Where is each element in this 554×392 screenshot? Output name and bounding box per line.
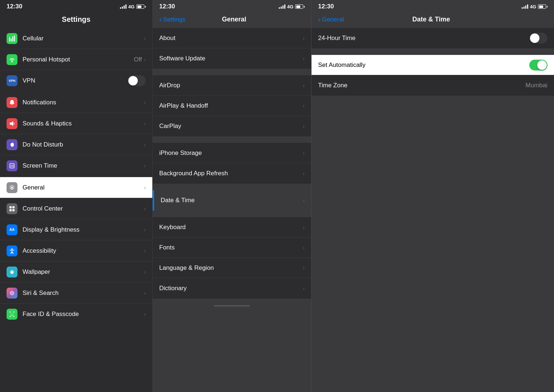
settings-item-screentime[interactable]: Screen Time › xyxy=(0,155,152,176)
24hour-toggle[interactable] xyxy=(529,33,547,44)
general-group-connectivity: AirDrop › AirPlay & Handoff › CarPlay › xyxy=(153,75,311,136)
storage-chevron: › xyxy=(303,150,305,156)
cellular-chevron: › xyxy=(144,36,146,41)
notifications-label: Notifications xyxy=(23,99,144,106)
settings-item-general[interactable]: General › xyxy=(0,177,152,198)
sounds-icon xyxy=(7,118,17,129)
svg-rect-17 xyxy=(9,312,11,312)
vpn-toggle[interactable] xyxy=(128,75,146,86)
datetime-chevron: › xyxy=(303,197,305,203)
vpn-label: VPN xyxy=(23,77,128,84)
settings-group-network: Cellular › Personal Hotspot Off › VPN VP… xyxy=(0,28,152,91)
settings-item-sirisearch[interactable]: Siri & Search › xyxy=(0,283,152,304)
vpn-icon: VPN xyxy=(7,75,17,86)
settings-item-accessibility[interactable]: Accessibility › xyxy=(0,240,152,261)
accessibility-icon xyxy=(7,245,17,256)
general-back-button[interactable]: ‹ Settings xyxy=(159,15,185,24)
settings-item-faceid[interactable]: Face ID & Passcode › xyxy=(0,304,152,325)
hotspot-icon xyxy=(7,54,17,65)
softwareupdate-chevron: › xyxy=(303,56,305,61)
settings-item-cellular[interactable]: Cellular › xyxy=(0,28,152,49)
faceid-chevron: › xyxy=(144,311,146,317)
svg-point-8 xyxy=(11,187,13,188)
general-item-dictionary[interactable]: Dictionary › xyxy=(153,278,311,299)
hotspot-label: Personal Hotspot xyxy=(23,56,134,63)
wallpaper-label: Wallpaper xyxy=(23,268,144,276)
settings-title-bar: Settings xyxy=(0,12,152,28)
svg-point-22 xyxy=(13,313,13,314)
screentime-icon xyxy=(7,160,17,171)
general-item-airdrop[interactable]: AirDrop › xyxy=(153,75,311,96)
hotspot-value: Off xyxy=(134,56,142,63)
signal-icon-2 xyxy=(279,4,285,9)
network-label-2: 4G xyxy=(287,4,293,9)
softwareupdate-label: Software Update xyxy=(159,55,303,62)
datetime-title: Date & Time xyxy=(344,16,518,23)
sounds-chevron: › xyxy=(144,121,146,127)
general-item-keyboard[interactable]: Keyboard › xyxy=(153,217,311,237)
svg-rect-19 xyxy=(9,316,11,317)
notifications-chevron: › xyxy=(144,100,146,105)
language-label: Language & Region xyxy=(159,264,303,272)
general-item-about[interactable]: About › xyxy=(153,28,311,48)
timezone-value: Mumbai xyxy=(526,82,547,89)
timezone-label: Time Zone xyxy=(318,82,526,89)
keyboard-label: Keyboard xyxy=(159,224,303,231)
dictionary-label: Dictionary xyxy=(159,285,303,292)
settings-item-displaybrightness[interactable]: AA Display & Brightness › xyxy=(0,219,152,240)
settings-item-sounds[interactable]: Sounds & Haptics › xyxy=(0,113,152,134)
wallpaper-icon xyxy=(7,267,17,277)
carplay-label: CarPlay xyxy=(159,123,303,130)
general-title: General xyxy=(185,16,283,23)
status-icons-1: 4G xyxy=(120,4,146,9)
svg-rect-18 xyxy=(13,312,15,312)
status-bar-3: 12:30 4G xyxy=(312,0,554,12)
settings-list: Cellular › Personal Hotspot Off › VPN VP… xyxy=(0,28,152,392)
setauto-toggle[interactable] xyxy=(529,60,547,71)
general-group-datetime: Date & Time › xyxy=(153,190,311,211)
general-item-backgroundapp[interactable]: Background App Refresh › xyxy=(153,163,311,184)
general-item-airplay[interactable]: AirPlay & Handoff › xyxy=(153,96,311,116)
screentime-chevron: › xyxy=(144,163,146,169)
24hourtime-label: 24-Hour Time xyxy=(318,35,529,42)
general-group-storage: iPhone Storage › Background App Refresh … xyxy=(153,143,311,184)
settings-panel: 12:30 4G Settings Cellul xyxy=(0,0,153,392)
general-item-fonts[interactable]: Fonts › xyxy=(153,237,311,258)
battery-icon-3 xyxy=(538,4,547,9)
svg-point-13 xyxy=(11,248,13,250)
airplay-chevron: › xyxy=(303,103,305,109)
dictionary-chevron: › xyxy=(303,285,305,291)
datetime-content: 24-Hour Time Set Automatically Time Zone… xyxy=(312,28,554,392)
settings-group-system: General › Control Center › AA Display & … xyxy=(0,177,152,325)
airdrop-label: AirDrop xyxy=(159,82,303,89)
airplay-label: AirPlay & Handoff xyxy=(159,102,303,109)
settings-item-hotspot[interactable]: Personal Hotspot Off › xyxy=(0,49,152,70)
settings-item-controlcenter[interactable]: Control Center › xyxy=(0,198,152,219)
general-item-language[interactable]: Language & Region › xyxy=(153,258,311,278)
datetime-nav: ‹ General Date & Time xyxy=(312,12,554,28)
settings-item-notifications[interactable]: Notifications › xyxy=(0,92,152,113)
svg-rect-10 xyxy=(12,206,15,208)
general-item-carplay[interactable]: CarPlay › xyxy=(153,116,311,136)
battery-icon-2 xyxy=(295,4,305,9)
general-group-info: About › Software Update › xyxy=(153,28,311,69)
datetime-group-hourtime: 24-Hour Time xyxy=(312,28,554,48)
status-bar-1: 12:30 4G xyxy=(0,0,152,12)
datetime-back-button[interactable]: ‹ General xyxy=(318,15,344,24)
svg-rect-11 xyxy=(9,209,12,211)
settings-item-vpn[interactable]: VPN VPN xyxy=(0,70,152,91)
settings-item-wallpaper[interactable]: Wallpaper › xyxy=(0,261,152,283)
general-item-softwareupdate[interactable]: Software Update › xyxy=(153,48,311,69)
general-item-datetime[interactable]: Date & Time › xyxy=(153,190,311,211)
status-time-3: 12:30 xyxy=(318,3,334,10)
settings-item-donotdisturb[interactable]: Do Not Disturb › xyxy=(0,134,152,155)
fonts-chevron: › xyxy=(303,245,305,251)
accessibility-chevron: › xyxy=(144,248,146,254)
cellular-icon xyxy=(7,33,17,44)
datetime-back-chevron-icon: ‹ xyxy=(318,15,321,24)
accessibility-label: Accessibility xyxy=(23,247,144,255)
general-item-storage[interactable]: iPhone Storage › xyxy=(153,143,311,163)
signal-icon-1 xyxy=(120,4,127,9)
datetime-item-timezone[interactable]: Time Zone Mumbai xyxy=(312,75,554,96)
scroll-indicator-2 xyxy=(214,305,250,307)
